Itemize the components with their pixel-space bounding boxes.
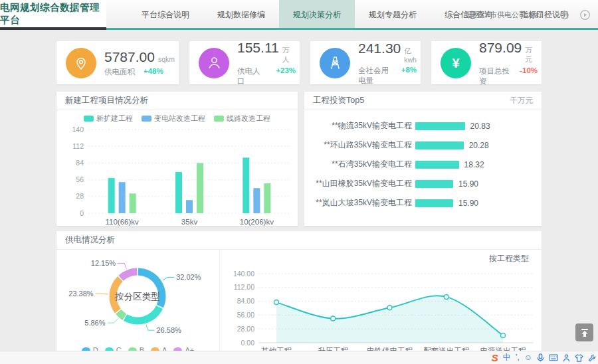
bar-变电站改造工程[interactable] — [119, 182, 126, 213]
panel-supply-header: 供电情况分析 — [56, 231, 542, 250]
line-point[interactable] — [274, 300, 279, 305]
donut-chart-area: 32.02%26.58%5.86%23.38%12.15%按分区类型 DCBAA… — [56, 250, 220, 356]
voice-input-icon[interactable] — [537, 353, 544, 362]
svg-text:35kv: 35kv — [181, 218, 198, 226]
svg-text:10(206)kv: 10(206)kv — [240, 218, 274, 226]
bar-新扩建工程[interactable] — [243, 157, 249, 213]
top5-row: **物流35kV输变电工程20.83 — [304, 116, 542, 136]
bar-新扩建工程[interactable] — [175, 172, 182, 213]
panel-supply-analysis: 供电情况分析 32.02%26.58%5.86%23.38%12.15%按分区类… — [56, 231, 542, 355]
line-chart[interactable]: 0.0028.0056.0084.00112.00140.00其他工程升压工程电… — [220, 250, 542, 356]
bar-变电站改造工程[interactable] — [186, 200, 193, 213]
kpi-unit: 亿kwh — [404, 46, 417, 64]
line-point[interactable] — [331, 316, 336, 321]
top5-bar[interactable] — [415, 199, 453, 207]
svg-text:84: 84 — [76, 159, 84, 167]
line-point[interactable] — [501, 333, 506, 337]
kpi-label: 项目总投资 — [479, 66, 511, 86]
kpi-change: +8% — [401, 66, 417, 86]
bar-线路改造工程[interactable] — [130, 193, 136, 213]
svg-text:140.00: 140.00 — [233, 270, 254, 278]
nav-tab-规划决策分析[interactable]: 规划决策分析 — [279, 0, 355, 30]
dashboard-page: { "header": { "app_title": "电网规划综合数据管理平台… — [0, 0, 598, 364]
top5-bar[interactable] — [415, 141, 464, 149]
kpi-card-全社会用电量: 241.30亿kwh全社会用电量+8% — [310, 41, 421, 84]
donut-chart[interactable]: 32.02%26.58%5.86%23.38%12.15%按分区类型 — [56, 250, 219, 341]
line-point[interactable] — [387, 306, 392, 310]
soft-keyboard-icon[interactable] — [549, 354, 558, 361]
line-chart-area: 0.0028.0056.0084.00112.00140.00其他工程升压工程电… — [220, 250, 542, 356]
nav-tab-平台综合说明[interactable]: 平台综合说明 — [128, 0, 203, 30]
svg-text:0: 0 — [80, 209, 84, 217]
kpi-row: 5787.00sqkm供电面积+48%155.11万人供电人口+23%241.3… — [56, 41, 542, 84]
emoji-icon[interactable]: ☺ — [524, 352, 532, 363]
kpi-label: 全社会用电量 — [358, 66, 393, 86]
svg-text:0.00: 0.00 — [241, 339, 255, 347]
bar-线路改造工程[interactable] — [264, 183, 270, 213]
svg-text:84.00: 84.00 — [237, 297, 254, 305]
legend-swatch — [84, 116, 94, 122]
kpi-value: 5787.00 — [104, 49, 155, 65]
nav-tab-规划数据修编[interactable]: 规划数据修编 — [203, 0, 279, 30]
play-button-icon[interactable] — [578, 9, 591, 22]
account-icon[interactable] — [563, 354, 570, 362]
svg-text:56: 56 — [76, 175, 84, 183]
kpi-change: -10% — [520, 66, 538, 86]
line-point[interactable] — [444, 294, 448, 299]
panel-investment-top5: 工程投资Top5 千万元 **物流35kV输变电工程20.83**环山路35kV… — [304, 92, 542, 226]
top5-value: 18.32 — [464, 160, 484, 169]
donut-percent-label: 26.58% — [157, 326, 182, 334]
svg-text:112.00: 112.00 — [234, 283, 254, 291]
donut-center-label: 按分区类型 — [114, 292, 160, 302]
legend-item-变电站改造工程[interactable]: 变电站改造工程 — [142, 114, 205, 124]
legend-label: 线路改造工程 — [227, 114, 270, 124]
kpi-card-项目总投资: ¥879.09万元项目总投资-10% — [431, 41, 542, 84]
kpi-unit: 万元 — [525, 46, 538, 64]
skin-icon[interactable] — [575, 354, 583, 362]
donut-segment-C[interactable] — [126, 308, 160, 321]
punctuation-icon[interactable]: ’, — [516, 352, 520, 363]
legend-item-新扩建工程[interactable]: 新扩建工程 — [84, 114, 133, 124]
top5-label: **物流35kV输变电工程 — [304, 120, 412, 132]
svg-text:112: 112 — [72, 142, 84, 150]
kpi-label: 供电人口 — [237, 66, 267, 86]
top5-bar[interactable] — [415, 180, 453, 188]
top5-row: **环山路35kV输变电工程20.28 — [304, 136, 542, 155]
panel-title: 新建工程项目情况分析 — [65, 95, 148, 106]
legend-item-线路改造工程[interactable]: 线路改造工程 — [214, 114, 270, 124]
header-right: 国网XX市供电公司,您好！ — [465, 0, 591, 30]
location-pin-icon — [66, 48, 96, 78]
nav-tab-规划专题分析[interactable]: 规划专题分析 — [355, 0, 431, 30]
sogou-logo-icon[interactable]: S — [492, 352, 498, 363]
top5-label: **石湾35kV输变电工程 — [304, 159, 412, 170]
bar-线路改造工程[interactable] — [197, 163, 203, 213]
top5-bar[interactable] — [415, 161, 459, 169]
kpi-change: +48% — [144, 67, 163, 77]
top5-row: **岚山大坡35kV输变电工程15.90 — [304, 193, 542, 213]
bar-新扩建工程[interactable] — [108, 178, 115, 213]
legend-label: 变电站改造工程 — [154, 114, 205, 124]
kpi-card-供电面积: 5787.00sqkm供电面积+48% — [56, 41, 179, 84]
bar-变电站改造工程[interactable] — [253, 188, 260, 213]
supply-body: 32.02%26.58%5.86%23.38%12.15%按分区类型 DCBAA… — [56, 250, 542, 356]
line-chart-type-label: 按工程类型 — [489, 254, 529, 263]
donut-percent-label: 5.86% — [84, 319, 105, 327]
donut-segment-B[interactable] — [118, 312, 124, 317]
panel-investment-header: 工程投资Top5 千万元 — [304, 92, 542, 110]
svg-text:110(66)kv: 110(66)kv — [106, 218, 140, 226]
chinese-mode-icon[interactable]: 中 — [503, 352, 511, 363]
top5-label: **环山路35kV输变电工程 — [304, 139, 412, 151]
donut-segment-A+[interactable] — [121, 272, 137, 278]
toolbox-icon[interactable] — [588, 354, 596, 362]
top5-bar[interactable] — [415, 122, 465, 130]
top5-value: 15.90 — [458, 199, 478, 208]
yen-icon: ¥ — [441, 48, 471, 78]
tower-icon — [320, 48, 350, 78]
grouped-bar-chart[interactable]: 0285684112140110(66)kv35kv10(206)kv — [56, 124, 298, 228]
header: 电网规划综合数据管理平台 平台综合说明规划数据修编规划决策分析规划专题分析综合信… — [0, 0, 598, 30]
panel-unit: 千万元 — [510, 96, 534, 106]
scroll-to-top-button[interactable] — [575, 323, 593, 341]
svg-text:140: 140 — [72, 126, 84, 134]
power-button-icon[interactable] — [557, 9, 571, 22]
top5-label: **山田橡胶35kV输变电工程 — [304, 178, 412, 189]
